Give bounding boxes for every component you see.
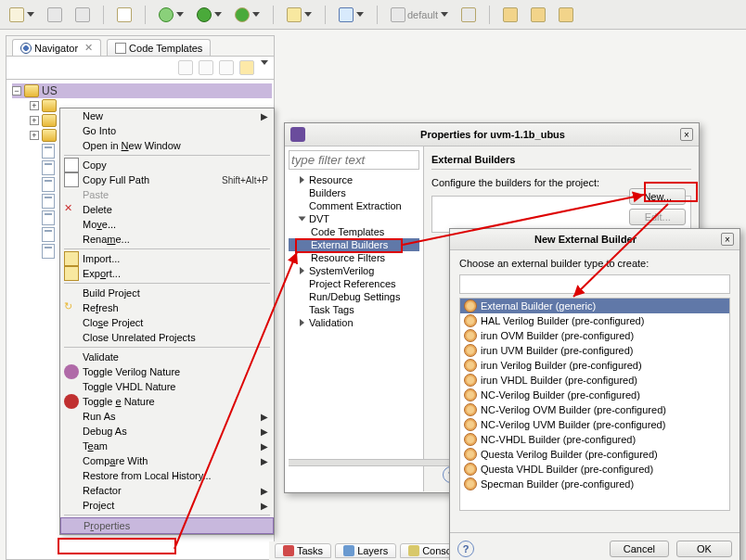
builder-type-item[interactable]: External Builder (generic) (460, 299, 729, 313)
cm-validate[interactable]: Validate (60, 350, 274, 364)
builder-type-item[interactable]: NC-Verilog OVM Builder (pre-configured) (460, 402, 729, 417)
back-icon[interactable] (178, 60, 193, 75)
root-label: US (42, 84, 58, 97)
file-icon (42, 227, 55, 242)
close-icon[interactable]: × (721, 233, 734, 246)
cm-open-new-window[interactable]: Open in New Window (60, 138, 274, 153)
tb-run[interactable] (195, 6, 224, 24)
builder-type-label: NC-Verilog UVM Builder (pre-configured) (481, 419, 665, 430)
cm-move[interactable]: Move... (60, 217, 274, 232)
new-button[interactable]: New... (629, 188, 686, 205)
view-menu-icon[interactable] (261, 60, 268, 66)
cancel-button[interactable]: Cancel (610, 541, 669, 557)
tb-binary[interactable] (115, 6, 134, 24)
builder-type-item[interactable]: HAL Verilog Builder (pre-configured) (460, 313, 729, 328)
eclipse-icon (290, 127, 305, 142)
tb-config[interactable]: default (389, 6, 450, 24)
tb-proj3[interactable] (557, 6, 575, 24)
gear-icon (464, 314, 477, 327)
link-icon[interactable] (239, 60, 254, 75)
tb-proj2[interactable] (529, 6, 547, 24)
help-icon[interactable]: ? (457, 541, 474, 557)
cm-new[interactable]: New▶ (60, 108, 274, 123)
filter-input[interactable] (289, 150, 419, 170)
file-icon (42, 244, 55, 259)
builder-type-list[interactable]: External Builder (generic)HAL Verilog Bu… (459, 298, 730, 511)
tb-new[interactable] (7, 6, 36, 24)
cm-import[interactable]: Import... (60, 251, 274, 266)
builder-type-item[interactable]: irun UVM Builder (pre-configured) (460, 343, 729, 358)
cm-rename[interactable]: Rename... (60, 232, 274, 247)
tb-debug[interactable] (157, 6, 186, 24)
folder-icon (42, 99, 57, 112)
cm-copy-full-path[interactable]: Copy Full PathShift+Alt+P (60, 172, 274, 187)
edit-button: Edit... (629, 209, 686, 225)
cm-run-as[interactable]: Run As▶ (60, 409, 274, 424)
tb-save[interactable] (45, 6, 64, 24)
cm-team[interactable]: Team▶ (60, 439, 274, 453)
file-icon (42, 144, 55, 159)
builder-type-item[interactable]: Specman Builder (pre-configured) (460, 477, 729, 491)
builder-type-item[interactable]: irun VHDL Builder (pre-configured) (460, 373, 729, 388)
cm-export[interactable]: Export... (60, 266, 274, 281)
paste-icon (64, 187, 79, 202)
cm-close-project[interactable]: Close Project (60, 315, 274, 330)
tab-layers[interactable]: Layers (335, 543, 396, 558)
tb-wand[interactable] (285, 6, 314, 24)
builder-type-item[interactable]: irun OVM Builder (pre-configured) (460, 328, 729, 343)
collapse-icon[interactable] (219, 60, 234, 75)
layers-icon (343, 545, 354, 556)
cm-toggle-vhdl[interactable]: Toggle VHDL Nature (60, 379, 274, 394)
new-builder-dialog: New External Builder × Choose an externa… (449, 228, 740, 560)
main-toolbar: default (0, 0, 746, 30)
close-icon[interactable]: × (680, 128, 693, 141)
gear-icon (464, 433, 477, 446)
tb-search[interactable] (337, 6, 366, 24)
cm-properties[interactable]: Properties (60, 517, 274, 534)
tab-label: Code Templates (129, 43, 202, 54)
cm-toggle-e[interactable]: Toggle e Nature (60, 394, 274, 409)
file-icon (42, 177, 55, 192)
tree-root[interactable]: − US (12, 83, 272, 98)
builder-type-item[interactable]: irun Verilog Builder (pre-configured) (460, 358, 729, 373)
tab-tasks[interactable]: Tasks (275, 543, 331, 558)
dialog-titlebar: New External Builder × (450, 229, 740, 250)
fwd-icon[interactable] (199, 60, 213, 75)
close-icon[interactable]: ✕ (84, 42, 93, 54)
builder-type-label: External Builder (generic) (481, 300, 596, 312)
tree-external-builders[interactable]: External Builders (289, 238, 419, 251)
tb-cfg2[interactable] (459, 6, 478, 24)
ok-button[interactable]: OK (676, 541, 732, 557)
builder-type-item[interactable]: NC-VHDL Builder (pre-configured) (460, 432, 729, 447)
cm-refresh[interactable]: ↻Refresh (60, 300, 274, 315)
gear-icon (464, 403, 477, 416)
cm-delete[interactable]: ✕Delete (60, 202, 274, 217)
cm-project[interactable]: Project▶ (60, 498, 274, 513)
cm-compare[interactable]: Compare With▶ (60, 453, 274, 468)
cm-build-project[interactable]: Build Project (60, 286, 274, 300)
builder-filter-input[interactable] (459, 274, 730, 294)
cm-copy[interactable]: Copy (60, 158, 274, 172)
properties-tree-panel: Resource Builders Comment Extraction DVT… (285, 146, 424, 491)
tab-navigator[interactable]: Navigator ✕ (12, 39, 101, 56)
cm-debug-as[interactable]: Debug As▶ (60, 424, 274, 439)
tasks-icon (283, 545, 294, 556)
tb-save-all[interactable] (73, 6, 92, 24)
tab-code-templates[interactable]: Code Templates (107, 39, 211, 56)
cm-refactor[interactable]: Refactor▶ (60, 483, 274, 498)
builder-type-item[interactable]: NC-Verilog UVM Builder (pre-configured) (460, 417, 729, 432)
builder-type-item[interactable]: NC-Verilog Builder (pre-configured) (460, 388, 729, 402)
tb-proj1[interactable] (501, 6, 520, 24)
builder-type-item[interactable]: Questa VHDL Builder (pre-configured) (460, 462, 729, 477)
properties-tree[interactable]: Resource Builders Comment Extraction DVT… (289, 170, 419, 329)
bottom-tabstrip: Tasks Layers Console (269, 541, 474, 560)
cm-toggle-verilog[interactable]: Toggle Verilog Nature (60, 364, 274, 379)
builder-type-item[interactable]: Questa Verilog Builder (pre-configured) (460, 447, 729, 462)
cm-close-unrelated[interactable]: Close Unrelated Projects (60, 330, 274, 345)
gear-icon (464, 388, 477, 401)
cm-go-into[interactable]: Go Into (60, 123, 274, 138)
dialog-title: New External Builder (456, 234, 715, 245)
cm-restore[interactable]: Restore from Local History... (60, 468, 274, 483)
tb-ext-tools[interactable] (233, 6, 262, 24)
builder-type-label: irun Verilog Builder (pre-configured) (481, 360, 642, 371)
